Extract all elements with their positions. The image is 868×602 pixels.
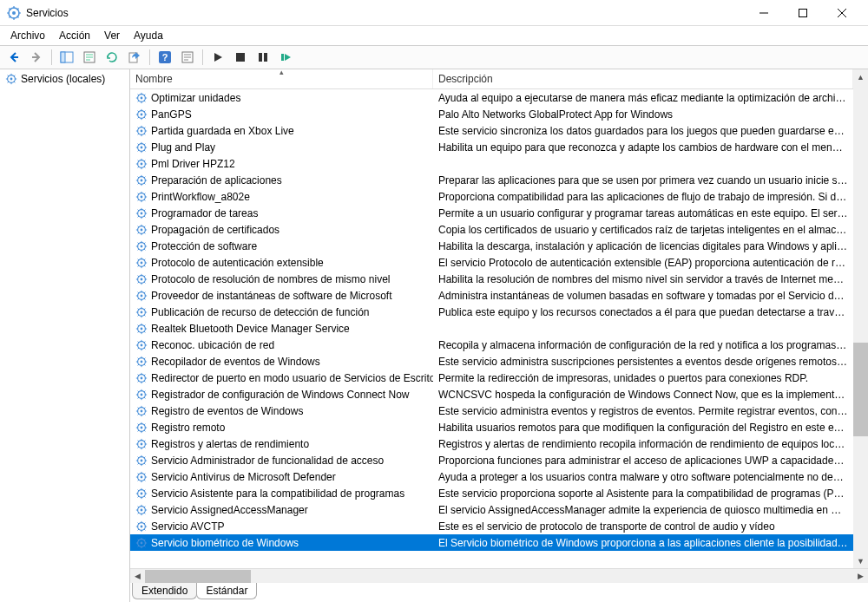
service-name: Servicio Administrador de funcionalidad … — [151, 455, 384, 467]
column-header-name[interactable]: Nombre ▴ — [130, 69, 433, 88]
service-row[interactable]: Servicio biométrico de WindowsEl Servici… — [130, 534, 853, 551]
column-header-desc[interactable]: Descripción — [433, 69, 853, 88]
scroll-left-button[interactable]: ◀ — [130, 570, 145, 583]
service-row[interactable]: Registros y alertas de rendimientoRegist… — [130, 435, 853, 452]
menu-accion[interactable]: Acción — [52, 28, 97, 43]
gear-icon — [135, 191, 148, 203]
service-row[interactable]: Servicio Antivirus de Microsoft Defender… — [130, 468, 853, 485]
scroll-up-button[interactable]: ▲ — [853, 69, 868, 84]
close-button[interactable] — [822, 0, 861, 26]
sort-indicator-icon: ▴ — [279, 69, 284, 76]
services-app-icon — [7, 6, 21, 20]
service-row[interactable]: Servicio AssignedAccessManagerEl servici… — [130, 501, 853, 518]
properties-button[interactable] — [79, 47, 100, 68]
service-row[interactable]: Reconoc. ubicación de redRecopila y alma… — [130, 337, 853, 353]
service-row[interactable]: PrintWorkflow_a802eProporciona compatibi… — [130, 188, 853, 205]
gear-icon — [135, 438, 148, 450]
stop-service-button[interactable] — [230, 47, 251, 68]
tab-standard[interactable]: Estándar — [196, 583, 257, 599]
service-name: Protección de software — [151, 240, 257, 252]
service-row[interactable]: Pml Driver HPZ12 — [130, 155, 853, 172]
service-row[interactable]: Realtek Bluetooth Device Manager Service — [130, 320, 853, 337]
gear-icon — [135, 224, 148, 236]
horizontal-scrollbar[interactable]: ◀ ▶ — [130, 568, 868, 583]
service-row[interactable]: Plug and PlayHabilita un equipo para que… — [130, 139, 853, 155]
vertical-scrollbar[interactable]: ▲ ▼ — [853, 69, 868, 568]
tab-extended[interactable]: Extendido — [132, 583, 197, 599]
service-name: Servicio AssignedAccessManager — [151, 504, 308, 516]
gear-icon — [135, 158, 148, 170]
show-hide-tree-button[interactable] — [56, 47, 77, 68]
scroll-down-button[interactable]: ▼ — [853, 553, 868, 568]
service-row[interactable]: Programador de tareasPermite a un usuari… — [130, 205, 853, 221]
restart-service-button[interactable] — [275, 47, 296, 68]
menu-ver[interactable]: Ver — [97, 28, 127, 43]
svg-point-19 — [141, 113, 143, 115]
service-row[interactable]: Partida guardada en Xbox LiveEste servic… — [130, 122, 853, 139]
back-button[interactable] — [3, 47, 24, 68]
gear-icon — [135, 405, 148, 417]
start-service-button[interactable] — [207, 47, 228, 68]
service-row[interactable]: Registro de eventos de WindowsEste servi… — [130, 402, 853, 419]
menu-ayuda[interactable]: Ayuda — [127, 28, 170, 43]
gear-icon — [135, 389, 148, 401]
menu-archivo[interactable]: Archivo — [3, 28, 52, 43]
svg-point-25 — [141, 162, 143, 165]
service-name: PanGPS — [151, 108, 192, 121]
service-row[interactable]: Preparación de aplicacionesPreparar las … — [130, 172, 853, 188]
tree-node-services-local[interactable]: Servicios (locales) — [2, 71, 128, 87]
svg-point-21 — [141, 129, 143, 132]
tree-node-label: Servicios (locales) — [21, 73, 105, 85]
svg-point-41 — [141, 294, 143, 297]
svg-point-31 — [141, 212, 143, 214]
service-name: Preparación de aplicaciones — [151, 174, 282, 186]
service-row[interactable]: Protocolo de autenticación extensibleEl … — [130, 254, 853, 271]
scroll-right-button[interactable]: ▶ — [853, 570, 868, 583]
service-row[interactable]: Servicio Asistente para la compatibilida… — [130, 485, 853, 501]
nav-tree[interactable]: Servicios (locales) — [0, 69, 130, 602]
export-button[interactable] — [124, 47, 145, 68]
service-description: El servicio AssignedAccessManager admite… — [433, 504, 853, 516]
service-row[interactable]: Publicación de recurso de detección de f… — [130, 304, 853, 320]
svg-point-43 — [141, 311, 143, 313]
gear-icon — [135, 455, 148, 467]
service-row[interactable]: Optimizar unidadesAyuda al equipo a ejec… — [130, 89, 853, 106]
service-row[interactable]: Propagación de certificadosCopia los cer… — [130, 221, 853, 238]
service-row[interactable]: Redirector de puerto en modo usuario de … — [130, 370, 853, 386]
services-list[interactable]: Nombre ▴ Descripción Optimizar unidadesA… — [130, 69, 853, 568]
gear-icon — [135, 306, 148, 318]
service-row[interactable]: Protocolo de resolución de nombres de mi… — [130, 271, 853, 287]
service-name: PrintWorkflow_a802e — [151, 191, 250, 203]
main-panel: Nombre ▴ Descripción Optimizar unidadesA… — [130, 69, 868, 602]
svg-point-39 — [141, 278, 143, 280]
svg-rect-11 — [259, 53, 262, 62]
svg-point-51 — [141, 376, 143, 379]
service-name: Realtek Bluetooth Device Manager Service — [151, 323, 350, 335]
service-description: El servicio Protocolo de autenticación e… — [433, 257, 853, 269]
gear-icon — [135, 323, 148, 335]
forward-button[interactable] — [26, 47, 47, 68]
properties2-button[interactable] — [177, 47, 198, 68]
service-description: Ayuda al equipo a ejecutarse de manera m… — [433, 92, 853, 104]
gear-icon — [135, 92, 148, 104]
minimize-button[interactable] — [744, 0, 783, 26]
service-description: Palo Alto Networks GlobalProtect App for… — [433, 108, 853, 121]
refresh-button[interactable] — [102, 47, 122, 68]
maximize-button[interactable] — [783, 0, 822, 26]
service-row[interactable]: Protección de softwareHabilita la descar… — [130, 238, 853, 254]
gear-icon — [135, 273, 148, 285]
service-name: Pml Driver HPZ12 — [151, 158, 235, 170]
pause-service-button[interactable] — [253, 47, 273, 68]
help-button[interactable]: ? — [155, 47, 175, 68]
service-row[interactable]: Servicio AVCTPEste es el servicio de pro… — [130, 518, 853, 534]
service-name: Partida guardada en Xbox Live — [151, 125, 294, 137]
service-row[interactable]: Registro remotoHabilita usuarios remotos… — [130, 419, 853, 435]
service-row[interactable]: Recopilador de eventos de WindowsEste se… — [130, 353, 853, 370]
service-name: Programador de tareas — [151, 207, 258, 219]
service-row[interactable]: Servicio Administrador de funcionalidad … — [130, 452, 853, 468]
service-row[interactable]: Registrador de configuración de Windows … — [130, 386, 853, 402]
service-row[interactable]: Proveedor de instantáneas de software de… — [130, 287, 853, 304]
service-row[interactable]: PanGPSPalo Alto Networks GlobalProtect A… — [130, 106, 853, 122]
service-description: Proporciona compatibilidad para las apli… — [433, 191, 853, 203]
service-name: Reconoc. ubicación de red — [151, 339, 274, 351]
